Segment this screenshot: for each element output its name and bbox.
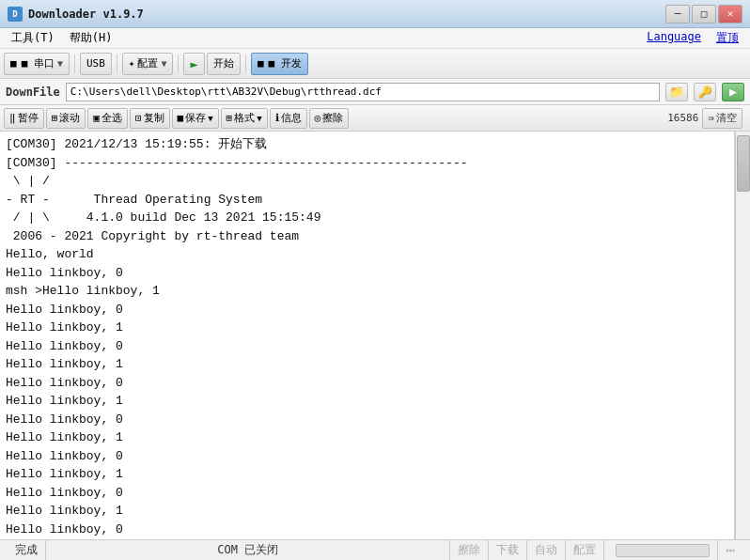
progress-bar: [616, 544, 710, 557]
close-button[interactable]: ✕: [718, 5, 742, 23]
sep3: [178, 54, 179, 73]
status-done: 完成: [8, 540, 46, 560]
sep1: [74, 54, 75, 73]
menu-items: 工具(T) 帮助(H): [4, 28, 647, 48]
status-com-text: COM 已关闭: [217, 542, 278, 558]
start-arrow-button[interactable]: ►: [183, 53, 204, 75]
key-button[interactable]: 🔑: [694, 83, 716, 101]
dots-icon[interactable]: ⋯: [726, 541, 735, 559]
info-button[interactable]: ℹ 信息: [270, 108, 307, 129]
dev-button[interactable]: ■ ■ 开发: [251, 53, 308, 75]
copy-button[interactable]: ⊡ 复制: [130, 108, 170, 129]
console-line: - RT - Thread Operating System: [6, 191, 728, 210]
console-line: Hello linkboy, 0: [6, 521, 728, 539]
erase-label: 擦除: [322, 111, 343, 125]
dev-label: ■ 开发: [269, 56, 302, 70]
format-arrow: ▼: [257, 114, 261, 123]
console-line: Hello linkboy, 0: [6, 264, 728, 283]
status-config-text: 配置: [573, 542, 596, 558]
go-button[interactable]: ▶: [722, 83, 744, 101]
select-all-icon: ▣: [93, 112, 100, 124]
console-line: Hello linkboy, 0: [6, 301, 728, 319]
clear-label: 清空: [716, 111, 737, 125]
scroll-icon: ⊞: [52, 112, 58, 124]
console-line: \ | /: [6, 172, 728, 191]
settings-link[interactable]: 置顶: [716, 30, 739, 46]
console-line: Hello linkboy, 1: [6, 428, 728, 447]
port-button[interactable]: ■ ■ 串口 ▼: [4, 53, 70, 75]
file-row: DownFile 📁 🔑 ▶: [0, 79, 750, 105]
port-icon: ■: [10, 57, 17, 70]
status-auto: 自动: [527, 540, 566, 560]
window-controls: ─ □ ✕: [665, 5, 742, 23]
console-line: [COM30] 2021/12/13 15:19:55: 开始下载: [6, 135, 728, 154]
format-button[interactable]: ⊞ 格式 ▼: [221, 108, 268, 129]
console-wrapper: [COM30] 2021/12/13 15:19:55: 开始下载[COM30]…: [0, 132, 750, 539]
save-label: 保存: [185, 111, 206, 125]
select-all-label: 全选: [102, 111, 122, 125]
console-line: Hello linkboy, 1: [6, 392, 728, 411]
folder-icon: 📁: [669, 85, 684, 99]
start-arrow-icon: ►: [190, 56, 197, 71]
config-icon: ✦: [129, 57, 135, 70]
status-com: COM 已关闭: [46, 540, 450, 560]
status-erase-text: 擦除: [458, 542, 480, 558]
save-button[interactable]: ■ 保存 ▼: [172, 108, 219, 129]
select-all-button[interactable]: ▣ 全选: [87, 108, 128, 129]
console-line: Hello linkboy, 0: [6, 447, 728, 466]
sep2: [117, 54, 117, 73]
pause-icon: ‖: [9, 112, 16, 124]
language-link[interactable]: Language: [647, 30, 701, 46]
info-label: 信息: [281, 111, 302, 125]
status-config: 配置: [566, 540, 604, 560]
console-line: Hello linkboy, 1: [6, 465, 728, 484]
scrollbar-thumb[interactable]: [737, 135, 750, 192]
erase-button[interactable]: ◎ 擦除: [309, 108, 350, 129]
status-progress: [604, 540, 718, 560]
status-dots[interactable]: ⋯: [718, 540, 742, 560]
save-arrow: ▼: [208, 114, 212, 123]
menu-tools[interactable]: 工具(T): [4, 28, 62, 48]
copy-label: 复制: [144, 111, 164, 125]
clear-button[interactable]: ⇛ 清空: [702, 108, 742, 129]
format-icon: ⊞: [227, 112, 233, 124]
scrollbar-track[interactable]: [735, 132, 750, 539]
maximize-button[interactable]: □: [692, 5, 716, 23]
console-line: Hello linkboy, 1: [6, 502, 728, 521]
console-container: [COM30] 2021/12/13 15:19:55: 开始下载[COM30]…: [0, 132, 750, 539]
menu-help[interactable]: 帮助(H): [62, 28, 120, 48]
title-bar: D Downloader v1.9.7 ─ □ ✕: [0, 0, 750, 28]
console-line: msh >Hello linkboy, 1: [6, 282, 728, 301]
console-line: Hello linkboy, 1: [6, 355, 728, 374]
port-label: ■ 串口: [22, 56, 55, 70]
console-line: Hello, world: [6, 245, 728, 264]
console-line: [COM30] --------------------------------…: [6, 154, 728, 173]
start-button[interactable]: 开始: [207, 53, 241, 75]
pause-label: 暂停: [18, 111, 39, 125]
status-bar: 完成 COM 已关闭 擦除 下载 自动 配置 ⋯: [0, 539, 750, 560]
console-line: Hello linkboy, 1: [6, 538, 728, 539]
minimize-button[interactable]: ─: [665, 5, 690, 23]
console-line: 2006 - 2021 Copyright by rt-thread team: [6, 227, 728, 246]
window-title: Downloader v1.9.7: [28, 8, 665, 21]
status-erase: 擦除: [450, 540, 489, 560]
go-icon: ▶: [729, 85, 737, 99]
config-label: 配置: [137, 56, 158, 70]
usb-button[interactable]: USB: [80, 53, 112, 75]
pause-button[interactable]: ‖ 暂停: [4, 108, 44, 129]
copy-icon: ⊡: [135, 112, 142, 124]
status-done-text: 完成: [15, 542, 38, 558]
config-arrow: ▼: [161, 58, 166, 69]
save-icon: ■: [178, 112, 184, 124]
status-download: 下载: [489, 540, 527, 560]
lang-section: Language 置顶: [647, 30, 746, 46]
erase-icon: ◎: [315, 112, 321, 124]
console-output[interactable]: [COM30] 2021/12/13 15:19:55: 开始下载[COM30]…: [0, 132, 735, 539]
info-icon: ℹ: [275, 112, 279, 124]
sep4: [245, 54, 246, 73]
file-path-input[interactable]: [66, 83, 660, 101]
scroll-label: 滚动: [59, 111, 80, 125]
folder-button[interactable]: 📁: [665, 83, 688, 101]
scroll-button[interactable]: ⊞ 滚动: [46, 108, 86, 129]
config-button[interactable]: ✦ 配置 ▼: [122, 53, 174, 75]
